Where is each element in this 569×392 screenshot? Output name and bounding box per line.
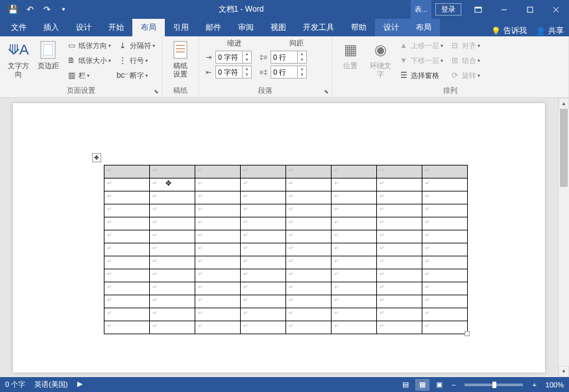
wrap-text-button[interactable]: ◉ 环绕文字	[366, 38, 394, 80]
macro-status[interactable]: ▶	[77, 380, 82, 389]
paragraph-launcher[interactable]: ⬊	[322, 88, 330, 95]
table-cell[interactable]: ↵	[286, 165, 332, 178]
table-cell[interactable]: ↵	[195, 256, 241, 269]
table-cell[interactable]: ↵	[241, 295, 286, 308]
table-cell[interactable]: ↵	[195, 217, 241, 230]
table-cell[interactable]: ↵	[422, 217, 468, 230]
table-cell[interactable]: ↵	[286, 178, 332, 191]
table-cell[interactable]: ↵	[286, 204, 332, 217]
table-cell[interactable]: ↵	[377, 256, 422, 269]
table-cell[interactable]: ↵	[150, 230, 195, 243]
table-cell[interactable]: ↵	[104, 230, 150, 243]
position-button[interactable]: ▦ 位置	[336, 38, 365, 71]
table-cell[interactable]: ↵	[104, 269, 150, 282]
table-cell[interactable]: ↵	[332, 282, 377, 295]
table-cell[interactable]: ↵	[150, 178, 195, 191]
table-cell[interactable]: ↵	[104, 243, 150, 256]
scroll-down-button[interactable]: ▼	[559, 366, 569, 377]
view-print-button[interactable]: ▦	[415, 379, 430, 391]
table-cell[interactable]: ↵	[332, 269, 377, 282]
table-cell[interactable]: ↵	[286, 308, 332, 321]
table-move-handle[interactable]: ✥	[92, 153, 101, 162]
table-cell[interactable]: ↵	[241, 230, 286, 243]
table-row[interactable]: ↵↵↵↵↵↵↵↵	[104, 243, 468, 256]
share-button[interactable]: 👤共享	[536, 25, 564, 36]
table-cell[interactable]: ↵	[150, 256, 195, 269]
page[interactable]: ✥ ↵↵↵↵↵↵↵↵↵↵↵↵↵↵↵↵↵↵↵↵↵↵↵↵↵↵↵↵↵↵↵↵↵↵↵↵↵↵…	[13, 103, 545, 373]
table-cell[interactable]: ↵	[286, 282, 332, 295]
tab-layout[interactable]: 布局	[132, 19, 165, 36]
table-cell[interactable]: ↵	[241, 178, 286, 191]
table-cell[interactable]: ↵	[286, 321, 332, 334]
table-cell[interactable]: ↵	[422, 230, 468, 243]
table-row[interactable]: ↵↵↵↵↵↵↵↵	[104, 321, 468, 334]
close-button[interactable]	[543, 0, 569, 19]
table-cell[interactable]: ↵	[104, 295, 150, 308]
table-cell[interactable]: ↵	[241, 217, 286, 230]
table-cell[interactable]: ↵	[377, 282, 422, 295]
table-cell[interactable]: ↵	[332, 217, 377, 230]
table-cell[interactable]: ↵	[150, 217, 195, 230]
table-row[interactable]: ↵↵↵↵↵↵↵↵	[104, 204, 468, 217]
table-cell[interactable]: ↵	[377, 295, 422, 308]
table-cell[interactable]: ↵	[241, 321, 286, 334]
table-cell[interactable]: ↵	[195, 191, 241, 204]
table-cell[interactable]: ↵	[422, 295, 468, 308]
page-setup-launcher[interactable]: ⬊	[152, 88, 160, 95]
indent-right-input[interactable]: 0 字符▲▼	[215, 66, 252, 79]
table-cell[interactable]: ↵	[241, 282, 286, 295]
indent-left-input[interactable]: 0 字符▲▼	[215, 51, 252, 64]
table-cell[interactable]: ↵	[377, 243, 422, 256]
table-cell[interactable]: ↵	[104, 217, 150, 230]
columns-button[interactable]: ▥栏▾	[64, 68, 114, 82]
table-cell[interactable]: ↵	[150, 191, 195, 204]
tab-design[interactable]: 设计	[67, 19, 100, 36]
table-cell[interactable]: ↵	[104, 282, 150, 295]
table-row[interactable]: ↵↵↵↵↵↵↵↵	[104, 282, 468, 295]
table-cell[interactable]: ↵	[104, 191, 150, 204]
qat-customize[interactable]: ▼	[56, 2, 71, 18]
table-cell[interactable]: ↵	[150, 243, 195, 256]
table-row[interactable]: ↵↵↵↵↵↵↵↵	[104, 230, 468, 243]
table-cell[interactable]: ↵	[377, 204, 422, 217]
table-resize-handle[interactable]	[465, 331, 470, 336]
table-cell[interactable]: ↵	[332, 178, 377, 191]
table-cell[interactable]: ↵	[195, 230, 241, 243]
table-cell[interactable]: ↵	[195, 295, 241, 308]
undo-button[interactable]: ↶	[22, 2, 38, 18]
size-button[interactable]: 🗎纸张大小▾	[64, 53, 114, 67]
table-cell[interactable]: ↵	[150, 308, 195, 321]
tab-file[interactable]: 文件	[3, 19, 35, 36]
table-cell[interactable]: ↵	[422, 282, 468, 295]
table-cell[interactable]: ↵	[150, 269, 195, 282]
table-row[interactable]: ↵↵↵↵↵↵↵↵	[104, 217, 468, 230]
table-cell[interactable]: ↵	[377, 308, 422, 321]
table-cell[interactable]: ↵	[286, 269, 332, 282]
hyphenation-button[interactable]: bc⁻断字▾	[115, 68, 158, 82]
table-cell[interactable]: ↵	[332, 191, 377, 204]
table-cell[interactable]: ↵	[332, 256, 377, 269]
tab-view[interactable]: 视图	[262, 19, 295, 36]
tab-home[interactable]: 开始	[100, 19, 132, 36]
manuscript-button[interactable]: 稿纸 设置	[166, 38, 195, 80]
tab-mailings[interactable]: 邮件	[197, 19, 230, 36]
table-cell[interactable]: ↵	[332, 204, 377, 217]
table-cell[interactable]: ↵	[195, 308, 241, 321]
table-cell[interactable]: ↵	[241, 191, 286, 204]
table-cell[interactable]: ↵	[104, 165, 150, 178]
table-row[interactable]: ↵↵↵↵↵↵↵↵	[104, 165, 468, 178]
zoom-out-button[interactable]: −	[449, 381, 458, 389]
word-count[interactable]: 0 个字	[5, 380, 25, 389]
table-row[interactable]: ↵↵↵↵↵↵↵↵	[104, 178, 468, 191]
view-read-button[interactable]: ▤	[398, 379, 413, 391]
table-row[interactable]: ↵↵↵↵↵↵↵↵	[104, 295, 468, 308]
table-cell[interactable]: ↵	[332, 295, 377, 308]
breaks-button[interactable]: ⤓分隔符▾	[115, 38, 158, 53]
table-cell[interactable]: ↵	[195, 269, 241, 282]
tab-review[interactable]: 审阅	[230, 19, 262, 36]
zoom-in-button[interactable]: +	[529, 381, 539, 389]
tab-table-layout[interactable]: 布局	[407, 19, 440, 36]
table-cell[interactable]: ↵	[195, 321, 241, 334]
table-cell[interactable]: ↵	[241, 308, 286, 321]
table-cell[interactable]: ↵	[241, 243, 286, 256]
